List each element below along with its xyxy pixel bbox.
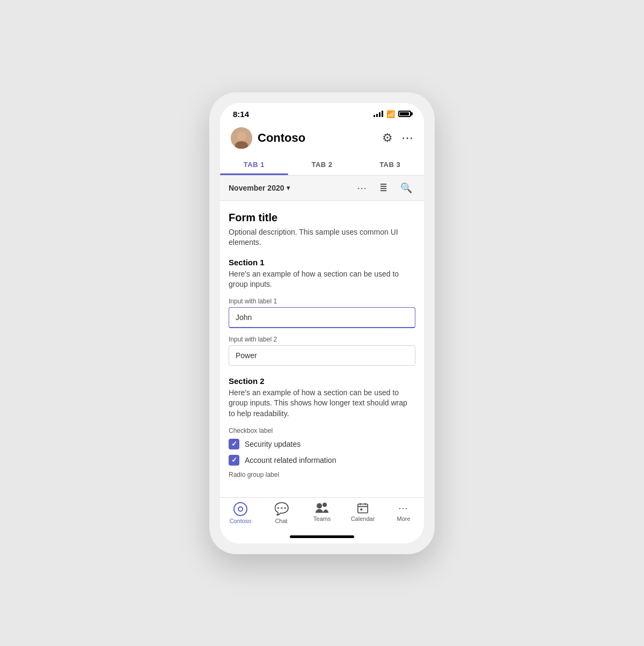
home-bar xyxy=(290,535,354,538)
tab-2[interactable]: TAB 2 xyxy=(288,154,356,175)
app-header: Contoso ⚙ ⋯ xyxy=(220,122,424,154)
home-indicator xyxy=(220,531,424,543)
form-description: Optional description. This sample uses c… xyxy=(229,227,415,248)
nav-label-teams: Teams xyxy=(313,516,331,522)
content-toolbar: November 2020 ▾ ⋯ ≣ 🔍 xyxy=(220,176,424,201)
contoso-nav-icon xyxy=(233,502,247,516)
more-dots-icon[interactable]: ⋯ xyxy=(354,181,370,195)
main-content: Form title Optional description. This sa… xyxy=(220,201,424,497)
signal-bars-icon xyxy=(374,111,383,117)
nav-item-more[interactable]: ⋯ More xyxy=(383,502,424,524)
form-title: Form title xyxy=(229,212,415,224)
svg-point-3 xyxy=(237,132,246,140)
input-2-field[interactable] xyxy=(229,345,415,366)
tab-1[interactable]: TAB 1 xyxy=(220,154,288,175)
checkbox-account-box[interactable]: ✓ xyxy=(229,455,239,466)
avatar-image xyxy=(231,127,252,149)
svg-point-4 xyxy=(323,503,327,507)
nav-label-chat: Chat xyxy=(275,518,287,524)
nav-label-contoso: Contoso xyxy=(230,518,252,524)
wifi-icon: 📶 xyxy=(386,110,395,118)
section-2-title: Section 2 xyxy=(229,376,415,386)
nav-item-teams[interactable]: Teams xyxy=(302,502,342,524)
phone-frame: 8:14 📶 xyxy=(220,103,424,543)
app-title: Contoso xyxy=(258,131,377,145)
chat-nav-icon: 💬 xyxy=(274,502,289,516)
svg-rect-6 xyxy=(358,504,368,513)
checkbox-security-box[interactable]: ✓ xyxy=(229,439,239,449)
checkmark-icon: ✓ xyxy=(231,440,237,447)
checkbox-account-label: Account related information xyxy=(245,456,336,464)
status-time: 8:14 xyxy=(233,110,249,119)
checkmark-icon-2: ✓ xyxy=(231,456,237,463)
status-bar: 8:14 📶 xyxy=(220,103,424,122)
input-1-field[interactable] xyxy=(229,307,415,328)
radio-group-label: Radio group label xyxy=(229,471,415,478)
section-1-description: Here's an example of how a section can b… xyxy=(229,269,415,290)
checkbox-security-label: Security updates xyxy=(245,440,301,448)
input-1-label: Input with label 1 xyxy=(229,297,415,305)
section-2: Section 2 Here's an example of how a sec… xyxy=(229,376,415,478)
section-1-title: Section 1 xyxy=(229,258,415,267)
status-icons: 📶 xyxy=(374,110,411,118)
svg-rect-10 xyxy=(360,508,362,510)
nav-label-more: More xyxy=(397,516,410,522)
more-nav-icon: ⋯ xyxy=(398,502,409,514)
filter-icon[interactable]: ≣ xyxy=(376,181,391,195)
section-1: Section 1 Here's an example of how a sec… xyxy=(229,258,415,373)
checkbox-account[interactable]: ✓ Account related information xyxy=(229,455,415,466)
chevron-down-icon: ▾ xyxy=(287,184,290,192)
tab-3[interactable]: TAB 3 xyxy=(356,154,424,175)
svg-point-5 xyxy=(317,503,322,509)
nav-item-calendar[interactable]: Calendar xyxy=(342,502,383,524)
settings-icon[interactable]: ⚙ xyxy=(382,131,393,145)
date-label: November 2020 xyxy=(229,184,284,192)
input-2-label: Input with label 2 xyxy=(229,336,415,343)
search-icon[interactable]: 🔍 xyxy=(397,181,415,195)
more-options-icon[interactable]: ⋯ xyxy=(401,131,413,145)
checkbox-group-label: Checkbox label xyxy=(229,427,415,434)
tabs-bar: TAB 1 TAB 2 TAB 3 xyxy=(220,154,424,176)
date-picker[interactable]: November 2020 ▾ xyxy=(229,184,290,192)
checkbox-security[interactable]: ✓ Security updates xyxy=(229,439,415,449)
nav-label-calendar: Calendar xyxy=(351,516,375,522)
avatar xyxy=(231,127,252,149)
section-2-description: Here's an example of how a section can b… xyxy=(229,388,415,419)
header-actions: ⚙ ⋯ xyxy=(382,131,413,145)
bottom-nav: Contoso 💬 Chat Teams xyxy=(220,497,424,531)
nav-item-chat[interactable]: 💬 Chat xyxy=(261,502,302,524)
screen-wrapper: 8:14 📶 xyxy=(209,92,435,554)
teams-nav-icon xyxy=(315,502,329,514)
nav-item-contoso[interactable]: Contoso xyxy=(220,502,261,524)
calendar-nav-icon xyxy=(356,502,369,514)
battery-icon xyxy=(398,111,411,117)
